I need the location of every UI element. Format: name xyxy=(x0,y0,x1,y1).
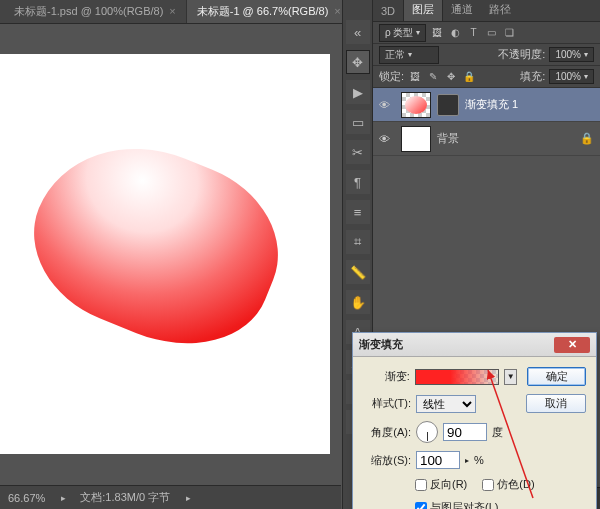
tab-label: 未标题-1 @ 66.7%(RGB/8) xyxy=(197,5,329,17)
close-icon[interactable]: × xyxy=(169,5,175,17)
status-bar: 66.67% ▸ 文档:1.83M/0 字节 ▸ xyxy=(0,485,341,509)
zoom-level[interactable]: 66.67% xyxy=(8,492,45,504)
document-tab[interactable]: 未标题-1.psd @ 100%(RGB/8)× xyxy=(4,0,187,23)
opacity-dropdown[interactable]: 100%▾ xyxy=(549,47,594,62)
close-icon[interactable]: × xyxy=(334,5,340,17)
visibility-icon[interactable]: 👁 xyxy=(379,99,395,111)
gradient-picker-button[interactable]: ▼ xyxy=(504,369,518,385)
dither-checkbox[interactable]: 仿色(D) xyxy=(482,477,534,492)
tool-button[interactable]: ✥ xyxy=(346,50,370,74)
tool-button[interactable]: 📏 xyxy=(346,260,370,284)
layer-name: 渐变填充 1 xyxy=(465,97,518,112)
align-checkbox[interactable]: 与图层对齐(L) xyxy=(415,500,498,509)
layer-thumbnail[interactable] xyxy=(401,92,431,118)
gradient-fill-dialog: 渐变填充 ✕ 渐变: ▼ 确定 样式(T): 线性 取消 角度(A): 度 缩放… xyxy=(352,332,597,509)
dialog-body: 渐变: ▼ 确定 样式(T): 线性 取消 角度(A): 度 缩放(S): ▸ … xyxy=(353,357,596,509)
reverse-label: 反向(R) xyxy=(430,477,467,492)
layer-mask-thumbnail[interactable] xyxy=(437,94,459,116)
dialog-titlebar[interactable]: 渐变填充 ✕ xyxy=(353,333,596,357)
filter-text-icon[interactable]: T xyxy=(466,26,480,40)
ruler-icon: 📏 xyxy=(350,265,366,280)
visibility-icon[interactable]: 👁 xyxy=(379,133,395,145)
dialog-title: 渐变填充 xyxy=(359,337,554,352)
layer-row[interactable]: 👁 背景 🔒 xyxy=(373,122,600,156)
scissors-icon: ✂ xyxy=(352,145,363,160)
align-label: 与图层对齐(L) xyxy=(430,500,498,509)
layer-filter-row: ρ 类型▾ 🖼 ◐ T ▭ ❏ xyxy=(373,22,600,44)
chevron-down-icon: ▾ xyxy=(416,28,420,37)
rect-icon: ▭ xyxy=(352,115,364,130)
play-icon: ▶ xyxy=(353,85,363,100)
opacity-value: 100% xyxy=(555,49,581,60)
filter-shape-icon[interactable]: ▭ xyxy=(484,26,498,40)
expand-icon[interactable]: « xyxy=(346,20,370,44)
align-icon: ≡ xyxy=(354,205,362,220)
tool-button[interactable]: ✂ xyxy=(346,140,370,164)
tool-button[interactable]: ✋ xyxy=(346,290,370,314)
filter-adjust-icon[interactable]: ◐ xyxy=(448,26,462,40)
tool-button[interactable]: ▶ xyxy=(346,80,370,104)
tab-channels[interactable]: 通道 xyxy=(443,0,481,21)
canvas[interactable] xyxy=(0,54,330,454)
tab-label: 未标题-1.psd @ 100%(RGB/8) xyxy=(14,5,163,17)
filter-smart-icon[interactable]: ❏ xyxy=(502,26,516,40)
lock-all-icon[interactable]: 🔒 xyxy=(462,70,476,84)
paragraph-icon: ¶ xyxy=(354,175,361,190)
chevron-right-icon[interactable]: ▸ xyxy=(186,493,191,503)
layer-list: 👁 渐变填充 1 👁 背景 🔒 xyxy=(373,88,600,156)
scale-unit: % xyxy=(474,454,484,466)
chevron-down-icon: ▾ xyxy=(584,50,588,59)
scale-label: 缩放(S): xyxy=(363,453,411,468)
kind-label: ρ 类型 xyxy=(385,26,413,40)
blend-row: 正常▾ 不透明度: 100%▾ xyxy=(373,44,600,66)
fill-dropdown[interactable]: 100%▾ xyxy=(549,69,594,84)
gradient-label: 渐变: xyxy=(363,369,410,384)
tab-3d[interactable]: 3D xyxy=(373,1,403,21)
panel-tabs: 3D 图层 通道 路径 xyxy=(373,0,600,22)
opacity-label: 不透明度: xyxy=(498,47,545,62)
style-select[interactable]: 线性 xyxy=(416,395,476,413)
chevron-down-icon: ▾ xyxy=(584,72,588,81)
tool-button[interactable]: ¶ xyxy=(346,170,370,194)
document-tab[interactable]: 未标题-1 @ 66.7%(RGB/8)× xyxy=(187,0,352,23)
angle-unit: 度 xyxy=(492,425,503,440)
kind-dropdown[interactable]: ρ 类型▾ xyxy=(379,24,426,42)
fill-value: 100% xyxy=(555,71,581,82)
scale-dropdown-icon[interactable]: ▸ xyxy=(465,456,469,465)
close-button[interactable]: ✕ xyxy=(554,337,590,353)
ok-button[interactable]: 确定 xyxy=(527,367,586,386)
blend-mode-dropdown[interactable]: 正常▾ xyxy=(379,46,439,64)
doc-size: 文档:1.83M/0 字节 xyxy=(80,490,170,505)
layer-row[interactable]: 👁 渐变填充 1 xyxy=(373,88,600,122)
filter-image-icon[interactable]: 🖼 xyxy=(430,26,444,40)
tool-button[interactable]: ⌗ xyxy=(346,230,370,254)
gradient-preview[interactable] xyxy=(415,369,499,385)
dither-label: 仿色(D) xyxy=(497,477,534,492)
angle-input[interactable] xyxy=(443,423,487,441)
blend-mode-value: 正常 xyxy=(385,48,405,62)
layer-thumbnail[interactable] xyxy=(401,126,431,152)
tab-paths[interactable]: 路径 xyxy=(481,0,519,21)
lock-position-icon[interactable]: ✎ xyxy=(426,70,440,84)
gradient-shape[interactable] xyxy=(9,115,303,373)
tool-button[interactable]: ▭ xyxy=(346,110,370,134)
scale-input[interactable] xyxy=(416,451,460,469)
reverse-checkbox[interactable]: 反向(R) xyxy=(415,477,467,492)
layer-name: 背景 xyxy=(437,131,459,146)
tab-layers[interactable]: 图层 xyxy=(403,0,443,21)
fill-label: 填充: xyxy=(520,69,545,84)
style-label: 样式(T): xyxy=(363,396,411,411)
tool-button[interactable]: ≡ xyxy=(346,200,370,224)
angle-dial[interactable] xyxy=(416,421,438,443)
lock-pixels-icon[interactable]: 🖼 xyxy=(408,70,422,84)
crop-icon: ⌗ xyxy=(354,234,361,250)
lock-icon: 🔒 xyxy=(580,132,594,145)
angle-label: 角度(A): xyxy=(363,425,411,440)
move-icon: ✥ xyxy=(352,55,363,70)
lock-row: 锁定: 🖼 ✎ ✥ 🔒 填充: 100%▾ xyxy=(373,66,600,88)
chevron-right-icon[interactable]: ▸ xyxy=(61,493,66,503)
lock-label: 锁定: xyxy=(379,69,404,84)
cancel-button[interactable]: 取消 xyxy=(526,394,586,413)
lock-move-icon[interactable]: ✥ xyxy=(444,70,458,84)
hand-icon: ✋ xyxy=(350,295,366,310)
